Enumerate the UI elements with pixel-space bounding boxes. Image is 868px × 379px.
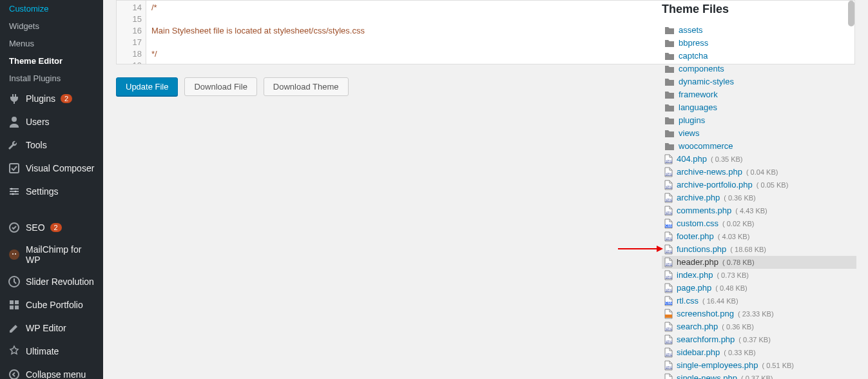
file-name: sidebar.php <box>677 347 720 358</box>
seo-icon <box>8 221 21 234</box>
file-name: header.php <box>677 257 719 268</box>
svg-rect-10 <box>15 300 19 304</box>
download-theme-button[interactable]: Download Theme <box>264 77 349 96</box>
file-item[interactable]: screenshot.png ( 23.33 KB) <box>662 307 856 320</box>
file-size: ( 0.37 KB) <box>738 334 771 345</box>
svg-text:PHP: PHP <box>665 365 672 369</box>
file-name: rtl.css <box>677 295 699 307</box>
update-count-badge: 2 <box>50 223 62 232</box>
file-name: archive.php <box>677 192 720 204</box>
sidebar-subitem-customize[interactable]: Customize <box>0 0 103 17</box>
cube-icon <box>8 298 21 311</box>
sidebar-subitem-theme-editor[interactable]: Theme Editor <box>0 52 103 70</box>
download-file-button[interactable]: Download File <box>184 77 256 96</box>
svg-rect-9 <box>10 300 14 304</box>
file-name: custom.css <box>677 218 719 229</box>
file-item[interactable]: PHPfooter.php ( 4.03 KB) <box>662 230 856 243</box>
sidebar-item-mailchimp-for-wp[interactable]: MailChimp for WP <box>0 239 103 270</box>
visual-icon <box>8 162 21 175</box>
users-icon <box>8 115 21 128</box>
plugin-icon <box>8 92 21 105</box>
folder-name: woocommerce <box>679 141 733 152</box>
folder-item[interactable]: woocommerce <box>662 140 856 153</box>
svg-text:CSS: CSS <box>665 301 672 305</box>
file-name: index.php <box>677 269 713 281</box>
file-size: ( 23.33 KB) <box>738 308 774 320</box>
svg-rect-38 <box>665 315 672 318</box>
file-size: ( 0.37 KB) <box>741 373 773 379</box>
svg-text:PHP: PHP <box>665 353 672 356</box>
settings-icon <box>8 185 21 198</box>
folder-item[interactable]: plugins <box>662 114 856 127</box>
folder-item[interactable]: languages <box>662 101 856 114</box>
sidebar-item-settings[interactable]: Settings <box>0 180 103 203</box>
file-item[interactable]: CSSrtl.css ( 16.44 KB) <box>662 295 856 307</box>
sidebar-item-wp-editor[interactable]: WP Editor <box>0 316 103 340</box>
file-item[interactable]: PHP404.php ( 0.35 KB) <box>662 153 856 166</box>
folder-item[interactable]: dynamic-styles <box>662 75 856 88</box>
sidebar-item-collapse-menu[interactable]: Collapse menu <box>0 363 103 379</box>
file-item[interactable]: PHPsidebar.php ( 0.33 KB) <box>662 346 856 359</box>
file-name: archive-news.php <box>677 166 742 178</box>
sidebar-item-tools[interactable]: Tools <box>0 133 103 157</box>
folder-item[interactable]: views <box>662 127 856 140</box>
svg-text:PHP: PHP <box>665 159 672 163</box>
folder-item[interactable]: bbpress <box>662 37 856 50</box>
file-size: ( 0.51 KB) <box>762 360 794 371</box>
file-name: search.php <box>677 321 718 333</box>
sidebar-item-slider-revolution[interactable]: Slider Revolution <box>0 270 103 293</box>
file-item[interactable]: PHParchive-portfolio.php ( 0.05 KB) <box>662 179 856 191</box>
file-size: ( 0.73 KB) <box>717 269 749 281</box>
sidebar-item-cube-portfolio[interactable]: Cube Portfolio <box>0 293 103 316</box>
file-size: ( 0.48 KB) <box>715 282 747 294</box>
file-item[interactable]: PHPsearch.php ( 0.36 KB) <box>662 320 856 333</box>
file-name: single-employees.php <box>677 360 758 371</box>
folder-name: framework <box>679 89 718 101</box>
svg-rect-0 <box>10 164 19 173</box>
file-size: ( 4.03 KB) <box>718 231 750 242</box>
sidebar-subitem-install-plugins[interactable]: Install Plugins <box>0 70 103 87</box>
file-item[interactable]: PHParchive.php ( 0.36 KB) <box>662 191 856 204</box>
file-name: footer.php <box>677 231 714 242</box>
sidebar-item-visual-composer[interactable]: Visual Composer <box>0 157 103 180</box>
sidebar-item-users[interactable]: Users <box>0 110 103 133</box>
update-file-button[interactable]: Update File <box>116 77 178 96</box>
file-size: ( 18.68 KB) <box>730 244 766 255</box>
svg-text:PHP: PHP <box>665 327 672 331</box>
svg-text:PHP: PHP <box>665 288 672 292</box>
collapse-icon <box>8 368 21 379</box>
file-item[interactable]: PHPpage.php ( 0.48 KB) <box>662 282 856 295</box>
file-item[interactable]: PHPcomments.php ( 4.43 KB) <box>662 204 856 217</box>
sidebar-subitem-widgets[interactable]: Widgets <box>0 17 103 35</box>
sidebar-item-label: WP Editor <box>26 323 66 333</box>
file-name: screenshot.png <box>677 308 734 320</box>
file-item[interactable]: PHPindex.php ( 0.73 KB) <box>662 269 856 282</box>
file-item[interactable]: PHParchive-news.php ( 0.04 KB) <box>662 166 856 179</box>
sidebar-subitem-menus[interactable]: Menus <box>0 35 103 52</box>
sidebar-item-seo[interactable]: SEO2 <box>0 216 103 239</box>
svg-point-7 <box>15 253 16 255</box>
file-item[interactable]: PHPsingle-news.php ( 0.37 KB) <box>662 372 856 379</box>
theme-files-panel: Theme Files assetsbbpresscaptchacomponen… <box>662 0 856 379</box>
folder-item[interactable]: assets <box>662 24 856 37</box>
file-item[interactable]: PHPfunctions.php ( 18.68 KB) <box>662 243 856 256</box>
file-size: ( 0.78 KB) <box>722 257 755 268</box>
file-item[interactable]: PHPheader.php ( 0.78 KB) <box>662 256 856 269</box>
folder-item[interactable]: components <box>662 63 856 75</box>
file-item[interactable]: CSScustom.css ( 0.02 KB) <box>662 217 856 230</box>
line-gutter: 141516171819 <box>117 1 146 64</box>
folder-name: captcha <box>679 50 708 62</box>
folder-item[interactable]: captcha <box>662 50 856 63</box>
file-name: archive-portfolio.php <box>677 179 753 191</box>
folder-item[interactable]: framework <box>662 88 856 101</box>
file-item[interactable]: PHPsingle-employees.php ( 0.51 KB) <box>662 359 856 372</box>
sidebar-item-plugins[interactable]: Plugins2 <box>0 87 103 110</box>
sidebar-item-ultimate[interactable]: Ultimate <box>0 340 103 363</box>
svg-rect-12 <box>15 306 19 309</box>
folder-name: plugins <box>679 115 705 126</box>
svg-text:PHP: PHP <box>665 211 672 215</box>
mailchimp-icon <box>8 248 21 261</box>
folder-name: assets <box>679 24 703 36</box>
file-item[interactable]: PHPsearchform.php ( 0.37 KB) <box>662 333 856 346</box>
file-size: ( 0.04 KB) <box>746 166 778 178</box>
